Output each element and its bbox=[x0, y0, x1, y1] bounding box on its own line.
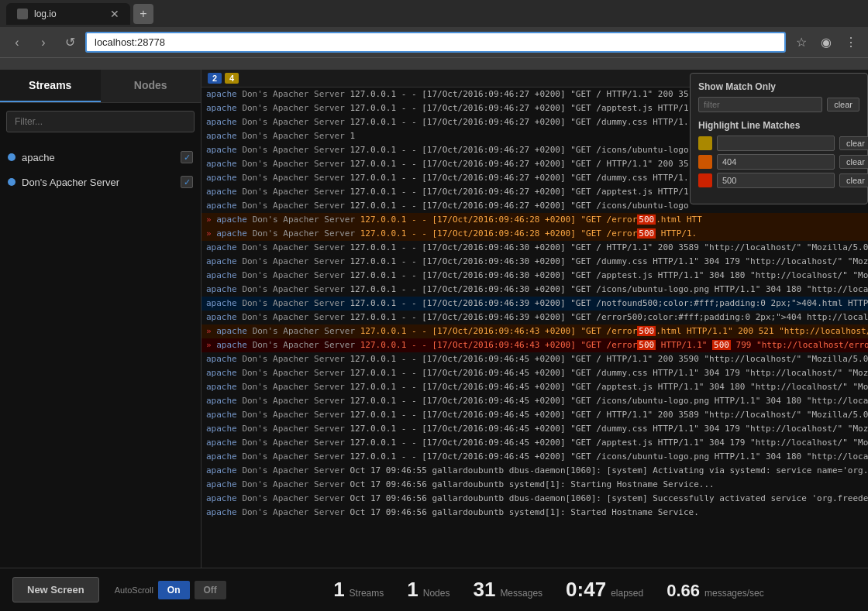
messages-stat: 31 Messages bbox=[473, 578, 542, 602]
browser-chrome: log.io ✕ + ‹ › ↺ ☆ ◉ ⋮ bbox=[0, 0, 868, 70]
log-message: 127.0.0.1 - - [17/Oct/2016:09:46:45 +020… bbox=[350, 451, 868, 462]
log-message: 127.0.0.1 - - [17/Oct/2016:09:46:30 +020… bbox=[350, 256, 868, 266]
elapsed-stat: 0:47 elapsed bbox=[566, 578, 643, 602]
log-server: Don's Apacher Server bbox=[242, 131, 344, 141]
streams-stat: 1 Streams bbox=[333, 578, 384, 602]
log-source: apache bbox=[216, 228, 247, 239]
log-message: 127.0.0.1 - - [17/Oct/2016:09:46:45 +020… bbox=[350, 410, 868, 420]
arrow-icon: » bbox=[206, 326, 216, 336]
arrow-icon: » bbox=[206, 215, 216, 225]
clear-highlight-1[interactable]: clear bbox=[839, 136, 868, 150]
log-server: Don's Apacher Server bbox=[242, 298, 344, 308]
stream-label-apache: apache bbox=[22, 152, 174, 163]
log-source: apache bbox=[206, 145, 237, 155]
rate-value: 0.66 bbox=[666, 581, 700, 601]
log-server: Don's Apacher Server bbox=[242, 103, 344, 113]
log-source: apache bbox=[206, 507, 237, 517]
log-server: Don's Apacher Server bbox=[242, 270, 344, 280]
log-server: Don's Apacher Server bbox=[242, 201, 344, 211]
clear-highlight-3[interactable]: clear bbox=[839, 173, 868, 187]
log-source: apache bbox=[206, 438, 237, 448]
log-message: 127.0.0.1 - - [17/Oct/2016:09:46:27 +020… bbox=[350, 103, 688, 113]
forward-button[interactable]: › bbox=[33, 32, 54, 53]
sidebar-item-dons-server[interactable]: Don's Apacher Server ✓ bbox=[0, 170, 201, 194]
log-message: Oct 17 09:46:56 gallardoubuntb dbus-daem… bbox=[350, 493, 868, 503]
log-line: apache Don's Apacher Server Oct 17 09:46… bbox=[202, 506, 868, 520]
log-line: apache Don's Apacher Server 127.0.0.1 - … bbox=[202, 408, 868, 422]
log-server: Don's Apacher Server bbox=[242, 117, 344, 127]
log-server: Don's Apacher Server bbox=[242, 382, 344, 392]
log-server: Don's Apacher Server bbox=[242, 89, 344, 99]
stream-checkbox-apache[interactable]: ✓ bbox=[181, 151, 193, 163]
log-message: 127.0.0.1 - - [17/Oct/2016:09:46:27 +020… bbox=[350, 117, 688, 127]
clear-filter-button[interactable]: clear bbox=[827, 98, 859, 112]
sidebar-item-apache[interactable]: apache ✓ bbox=[0, 145, 201, 170]
sidebar: Streams Nodes apache ✓ Don's Apacher Ser… bbox=[0, 70, 202, 568]
log-line: apache Don's Apacher Server 127.0.0.1 - … bbox=[202, 283, 868, 297]
log-line: » apache Don's Apacher Server 127.0.0.1 … bbox=[202, 227, 868, 241]
bookmark-button[interactable]: ☆ bbox=[790, 32, 812, 53]
highlight-input-1[interactable] bbox=[717, 136, 835, 151]
stream-dot-dons bbox=[8, 178, 16, 186]
new-tab-button[interactable]: + bbox=[133, 4, 153, 24]
address-bar[interactable] bbox=[85, 32, 786, 53]
log-server: Don's Apacher Server bbox=[242, 493, 344, 503]
log-line: apache Don's Apacher Server 127.0.0.1 - … bbox=[202, 422, 868, 436]
highlight-row-2: clear bbox=[698, 154, 859, 170]
match-filter-input[interactable] bbox=[698, 97, 822, 112]
log-server: Don's Apacher Server bbox=[242, 256, 344, 266]
log-source: apache bbox=[206, 270, 237, 280]
log-line: apache Don's Apacher Server 127.0.0.1 - … bbox=[202, 269, 868, 283]
log-server: Don's Apacher Server bbox=[242, 173, 344, 183]
log-source: apache bbox=[206, 493, 237, 503]
log-line: apache Don's Apacher Server 127.0.0.1 - … bbox=[202, 366, 868, 380]
log-server: Don's Apacher Server bbox=[253, 340, 355, 350]
autoscroll-on-button[interactable]: On bbox=[158, 581, 190, 599]
filter-input[interactable] bbox=[6, 111, 195, 132]
extensions-button[interactable]: ◉ bbox=[815, 32, 837, 53]
stream-dot-apache bbox=[8, 153, 16, 161]
tab-nodes[interactable]: Nodes bbox=[101, 70, 202, 102]
streams-label: Streams bbox=[350, 588, 384, 599]
log-message: 127.0.0.1 - - [17/Oct/2016:09:46:28 +020… bbox=[360, 215, 702, 225]
log-line: » apache Don's Apacher Server 127.0.0.1 … bbox=[202, 213, 868, 227]
log-server: Don's Apacher Server bbox=[242, 368, 344, 378]
highlight-input-3[interactable] bbox=[717, 173, 835, 188]
log-server: Don's Apacher Server bbox=[242, 479, 344, 489]
log-line: apache Don's Apacher Server 127.0.0.1 - … bbox=[202, 450, 868, 464]
log-server: Don's Apacher Server bbox=[253, 228, 355, 239]
highlight-row-3: clear bbox=[698, 173, 859, 188]
log-message: 127.0.0.1 - - [17/Oct/2016:09:46:27 +020… bbox=[350, 159, 688, 169]
log-message: 127.0.0.1 - - [17/Oct/2016:09:46:27 +020… bbox=[350, 89, 688, 99]
active-tab[interactable]: log.io ✕ bbox=[6, 3, 130, 25]
back-button[interactable]: ‹ bbox=[6, 32, 28, 53]
highlight-input-2[interactable] bbox=[717, 154, 835, 170]
log-server: Don's Apacher Server bbox=[242, 242, 344, 252]
autoscroll-off-button[interactable]: Off bbox=[195, 581, 226, 599]
log-line: apache Don's Apacher Server Oct 17 09:46… bbox=[202, 464, 868, 478]
log-server: Don's Apacher Server bbox=[242, 284, 344, 294]
log-line: » apache Don's Apacher Server 127.0.0.1 … bbox=[202, 338, 868, 352]
show-match-only-section: Show Match Only clear bbox=[698, 81, 859, 112]
nodes-stat: 1 Nodes bbox=[407, 578, 450, 602]
show-match-only-title: Show Match Only bbox=[698, 81, 859, 92]
log-server: Don's Apacher Server bbox=[242, 187, 344, 197]
log-source: apache bbox=[206, 201, 237, 211]
filter-panel: Show Match Only clear Highlight Line Mat… bbox=[690, 73, 868, 204]
log-source: apache bbox=[206, 89, 237, 99]
log-source: apache bbox=[206, 256, 237, 266]
log-server: Don's Apacher Server bbox=[242, 145, 344, 155]
stream-checkbox-dons[interactable]: ✓ bbox=[181, 176, 193, 188]
tab-close-button[interactable]: ✕ bbox=[110, 8, 119, 20]
highlight-swatch-3 bbox=[698, 173, 712, 187]
clear-highlight-2[interactable]: clear bbox=[839, 155, 868, 169]
menu-button[interactable]: ⋮ bbox=[840, 32, 862, 53]
new-screen-button[interactable]: New Screen bbox=[12, 577, 99, 602]
log-line: » apache Don's Apacher Server 127.0.0.1 … bbox=[202, 324, 868, 338]
nodes-label: Nodes bbox=[423, 588, 450, 599]
tab-streams[interactable]: Streams bbox=[0, 70, 101, 102]
reload-button[interactable]: ↺ bbox=[59, 32, 81, 53]
log-server: Don's Apacher Server bbox=[242, 312, 344, 322]
log-source: apache bbox=[206, 465, 237, 475]
log-source: apache bbox=[206, 368, 237, 378]
